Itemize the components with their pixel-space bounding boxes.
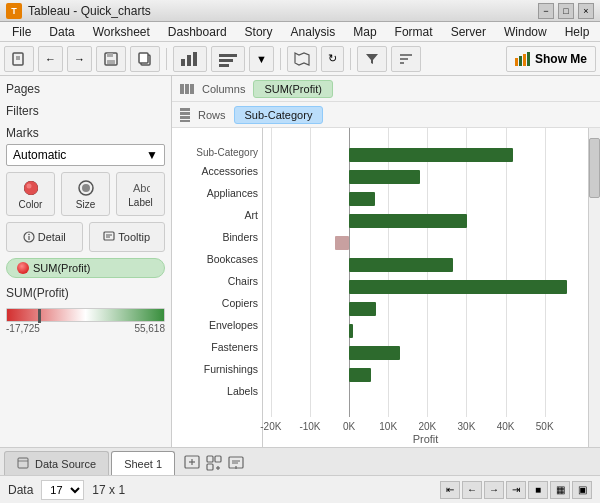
menu-data[interactable]: Data	[41, 23, 82, 41]
menu-dashboard[interactable]: Dashboard	[160, 23, 235, 41]
chart-labels-column: Sub-Category Accessories Appliances Art …	[172, 128, 262, 447]
menu-file[interactable]: File	[4, 23, 39, 41]
menu-window[interactable]: Window	[496, 23, 555, 41]
bar-1[interactable]	[349, 170, 420, 184]
row-label-3: Binders	[222, 226, 258, 248]
color-button[interactable]: Color	[6, 172, 55, 216]
chart-button[interactable]	[173, 46, 207, 72]
view-grid3[interactable]: ▣	[572, 481, 592, 499]
svg-rect-9	[187, 55, 191, 66]
view-grid1[interactable]: ■	[528, 481, 548, 499]
menu-story[interactable]: Story	[237, 23, 281, 41]
legend-label: SUM(Profit)	[6, 286, 165, 300]
window-title: Tableau - Quick_charts	[28, 4, 151, 18]
svg-text:Abc: Abc	[133, 182, 150, 194]
rows-pill[interactable]: Sub-Category	[234, 106, 324, 124]
row-label-10: Labels	[227, 380, 258, 402]
tooltip-button[interactable]: Tooltip	[89, 222, 166, 252]
size-button[interactable]: Size	[61, 172, 110, 216]
marks-section: Marks Automatic ▼ Color	[6, 126, 165, 278]
nav-last[interactable]: ⇥	[506, 481, 526, 499]
nav-first[interactable]: ⇤	[440, 481, 460, 499]
row-label-2: Art	[245, 204, 258, 226]
refresh-button[interactable]: ↻	[321, 46, 344, 72]
bar-9[interactable]	[349, 346, 400, 360]
columns-pill[interactable]: SUM(Profit)	[253, 80, 332, 98]
bar-10[interactable]	[349, 368, 371, 382]
back-button[interactable]: ←	[38, 46, 63, 72]
label-label: Label	[128, 197, 152, 208]
save-button[interactable]	[96, 46, 126, 72]
bar-5[interactable]	[349, 258, 453, 272]
rows-icon	[180, 108, 190, 122]
svg-rect-21	[527, 52, 530, 66]
svg-rect-36	[190, 84, 194, 94]
bar-8[interactable]	[349, 324, 353, 338]
add-story-icon[interactable]	[227, 454, 245, 475]
menu-map[interactable]: Map	[345, 23, 384, 41]
show-me-button[interactable]: Show Me	[506, 46, 596, 72]
bar-4[interactable]	[335, 236, 349, 250]
minimize-button[interactable]: −	[538, 3, 554, 19]
gradient-marker	[38, 309, 41, 323]
nav-prev[interactable]: ←	[462, 481, 482, 499]
svg-rect-39	[180, 116, 190, 119]
copy-button[interactable]	[130, 46, 160, 72]
add-worksheet-icon[interactable]	[183, 454, 201, 475]
nav-next[interactable]: →	[484, 481, 504, 499]
gradient-bar	[6, 308, 165, 322]
label-button[interactable]: Abc Label	[116, 172, 165, 216]
menu-server[interactable]: Server	[443, 23, 494, 41]
sum-profit-pill[interactable]: SUM(Profit)	[6, 258, 165, 278]
svg-rect-46	[207, 456, 213, 462]
svg-rect-4	[107, 53, 113, 57]
menu-help[interactable]: Help	[557, 23, 598, 41]
sort-button[interactable]	[391, 46, 421, 72]
pages-label: Pages	[6, 82, 165, 96]
pages-section: Pages	[6, 82, 165, 96]
add-dashboard-icon[interactable]	[205, 454, 223, 475]
bar-6[interactable]	[349, 280, 567, 294]
tab-add-buttons	[183, 454, 245, 475]
restore-button[interactable]: □	[558, 3, 574, 19]
bar-3[interactable]	[349, 214, 467, 228]
svg-point-24	[26, 183, 31, 188]
status-left: Data 17 17 x 1	[8, 480, 125, 500]
scrollbar-thumb[interactable]	[589, 138, 600, 198]
detail-button[interactable]: Detail	[6, 222, 83, 252]
close-button[interactable]: ×	[578, 3, 594, 19]
chart3-button[interactable]: ▼	[249, 46, 274, 72]
bar-2[interactable]	[349, 192, 375, 206]
chart-scrollbar[interactable]	[588, 128, 600, 447]
tab-sheet1[interactable]: Sheet 1	[111, 451, 175, 475]
bar-0[interactable]	[349, 148, 513, 162]
marks-dropdown[interactable]: Automatic ▼	[6, 144, 165, 166]
menu-format[interactable]: Format	[387, 23, 441, 41]
chart2-button[interactable]	[211, 46, 245, 72]
new-button[interactable]	[4, 46, 34, 72]
window-controls[interactable]: − □ ×	[538, 3, 594, 19]
dimensions-label: 17 x 1	[92, 483, 125, 497]
svg-rect-38	[180, 112, 190, 115]
bottom-tabs: Data Source Sheet 1	[0, 447, 600, 475]
main-layout: Pages Filters Marks Automatic ▼ Color	[0, 76, 600, 447]
rows-label: Rows	[198, 109, 226, 121]
bar-7[interactable]	[349, 302, 376, 316]
data-select[interactable]: 17	[41, 480, 84, 500]
status-bar: Data 17 17 x 1 ⇤ ← → ⇥ ■ ▦ ▣	[0, 475, 600, 503]
forward-button[interactable]: →	[67, 46, 92, 72]
gradient-max: 55,618	[134, 323, 165, 334]
filter-button[interactable]	[357, 46, 387, 72]
menu-analysis[interactable]: Analysis	[283, 23, 344, 41]
map-button[interactable]	[287, 46, 317, 72]
chart-plot: -20K-10K0K10K20K30K40K50KProfit	[262, 128, 588, 447]
rows-shelf: Rows Sub-Category	[172, 102, 600, 128]
menu-worksheet[interactable]: Worksheet	[85, 23, 158, 41]
x-tick-50000: 50K	[536, 421, 554, 432]
row-label-0: Accessories	[201, 160, 258, 182]
size-label: Size	[76, 199, 95, 210]
x-tick-0: 0K	[343, 421, 355, 432]
svg-rect-20	[523, 54, 526, 66]
tab-data-source[interactable]: Data Source	[4, 451, 109, 475]
view-grid2[interactable]: ▦	[550, 481, 570, 499]
